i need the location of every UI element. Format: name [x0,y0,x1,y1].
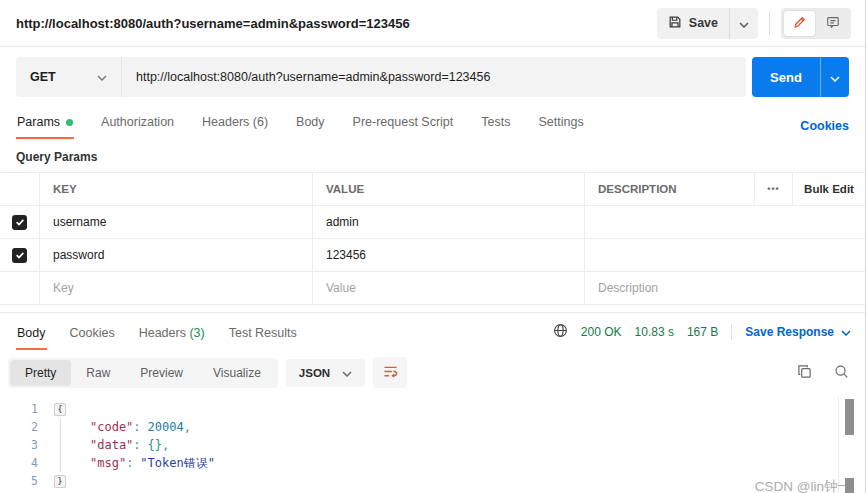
query-params-title: Query Params [0,139,865,172]
comment-button[interactable] [817,11,848,36]
empty-check-cell [0,272,40,304]
search-icon [834,364,849,382]
line-number: 1 [0,402,48,416]
tab-pre-request-script[interactable]: Pre-request Script [352,107,455,139]
row-checkbox-checked[interactable] [12,215,27,230]
chevron-down-icon [830,70,840,85]
chevron-down-icon [342,367,352,379]
copy-icon [797,364,812,382]
wrap-lines-button[interactable] [373,357,407,388]
code-line: 1 { [0,400,865,418]
table-row-empty: Key Value Description [0,272,865,305]
comment-icon [826,15,840,32]
fold-toggle[interactable]: } [54,475,65,488]
tab-label: Tests [481,115,510,129]
format-label: JSON [299,367,330,379]
table-row: username admin [0,206,865,239]
view-tab-preview[interactable]: Preview [125,360,198,386]
tab-label: Test Results [229,326,297,340]
param-key-cell[interactable]: Key [40,272,313,304]
response-view-toolbar: Pretty Raw Preview Visualize JSON [0,350,865,395]
url-input[interactable]: http://localhost:8080/auth?username=admi… [122,57,746,97]
fold-toggle[interactable]: { [54,403,65,416]
chevron-down-icon [97,70,107,84]
param-key-cell[interactable]: password [40,239,313,271]
tab-label: Body [296,115,325,129]
response-tab-headers[interactable]: Headers (3) [138,316,206,350]
param-value-cell[interactable]: Value [313,272,585,304]
tab-label: Headers (6) [202,115,268,129]
request-title: http://localhost:8080/auth?username=admi… [16,16,410,31]
tab-label: Pre-request Script [353,115,454,129]
response-tab-body[interactable]: Body [16,316,47,350]
meta-divider [731,324,732,340]
save-options-button[interactable] [729,8,758,39]
header-actions: Save [657,8,851,39]
row-checkbox-checked[interactable] [12,248,27,263]
response-tabs: Body Cookies Headers (3) Test Results [16,316,298,350]
status-badge: 200 OK [581,325,622,339]
scrollbar-thumb[interactable] [845,478,854,493]
view-tab-raw[interactable]: Raw [71,360,125,386]
send-options-button[interactable] [820,57,849,97]
save-button-group: Save [657,8,758,39]
search-button[interactable] [834,364,849,382]
tab-label: Authorization [101,115,174,129]
watermark: CSDN @lin钟一 [755,478,851,493]
wrap-lines-icon [383,365,398,381]
view-tab-pretty[interactable]: Pretty [10,360,71,386]
param-value-cell[interactable]: admin [313,206,585,238]
send-button[interactable]: Send [752,57,820,97]
column-header-key: KEY [40,173,313,205]
response-tab-cookies[interactable]: Cookies [69,316,116,350]
view-tab-visualize[interactable]: Visualize [198,360,276,386]
tab-label: Body [17,326,46,340]
edit-button[interactable] [784,11,815,36]
table-header-row: KEY VALUE DESCRIPTION ••• Bulk Edit [0,172,865,206]
param-description-cell[interactable]: Description [585,272,865,304]
json-entry: "msg":"Token错误" [72,455,215,472]
request-header: http://localhost:8080/auth?username=admi… [0,0,865,47]
send-button-group: Send [752,57,849,97]
line-number: 5 [0,474,48,488]
save-icon [668,15,682,32]
copy-button[interactable] [797,364,812,382]
response-header: Body Cookies Headers (3) Test Results [0,313,865,350]
cookies-link[interactable]: Cookies [800,119,849,139]
view-mode-switch: Pretty Raw Preview Visualize [8,358,278,388]
line-number: 2 [0,420,48,434]
column-header-description: DESCRIPTION [585,173,755,205]
header-divider [769,11,770,35]
code-line: 2 "code":20004, [0,418,865,436]
param-description-cell[interactable] [585,239,865,271]
tab-tests[interactable]: Tests [480,107,511,139]
chevron-down-icon [841,325,851,339]
param-description-cell[interactable] [585,206,865,238]
more-options-button[interactable]: ••• [755,173,793,205]
response-size: 167 B [687,325,718,339]
tab-settings[interactable]: Settings [537,107,584,139]
param-value-cell[interactable]: 123456 [313,239,585,271]
bulk-edit-button[interactable]: Bulk Edit [793,173,865,205]
save-button[interactable]: Save [657,8,729,39]
tab-authorization[interactable]: Authorization [100,107,175,139]
tab-params[interactable]: Params [16,107,74,139]
save-response-label: Save Response [745,325,834,339]
scrollbar-thumb[interactable] [845,399,854,435]
params-active-dot-icon [66,119,73,126]
response-body-viewer: 1 { 2 "code":20004, 3 "data":{}, 4 "msg"… [0,395,865,493]
save-response-button[interactable]: Save Response [745,325,851,339]
tab-headers[interactable]: Headers (6) [201,107,269,139]
json-entry: "data":{}, [72,438,169,452]
globe-icon[interactable] [553,323,568,341]
fold-guide-line [60,418,61,472]
param-key-cell[interactable]: username [40,206,313,238]
request-tabs: Params Authorization Headers (6) Body Pr… [0,105,865,139]
method-select[interactable]: GET [16,57,122,97]
postman-window: http://localhost:8080/auth?username=admi… [0,0,866,493]
line-number: 4 [0,456,48,470]
format-select[interactable]: JSON [286,359,365,387]
response-tab-test-results[interactable]: Test Results [228,316,298,350]
tab-body[interactable]: Body [295,107,326,139]
tab-label: Headers [139,326,186,340]
